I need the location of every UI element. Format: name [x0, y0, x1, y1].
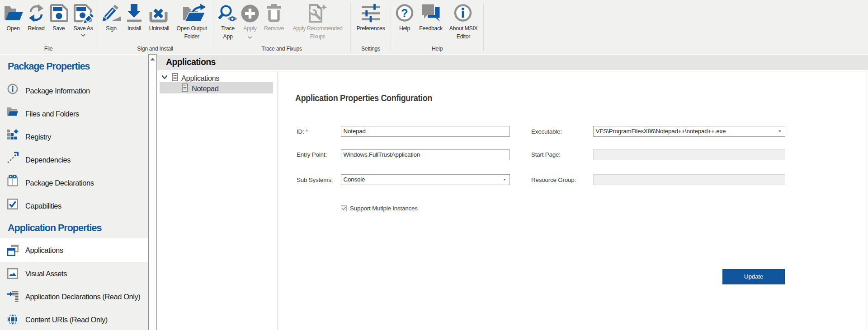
svg-text:?: ? — [401, 7, 408, 19]
